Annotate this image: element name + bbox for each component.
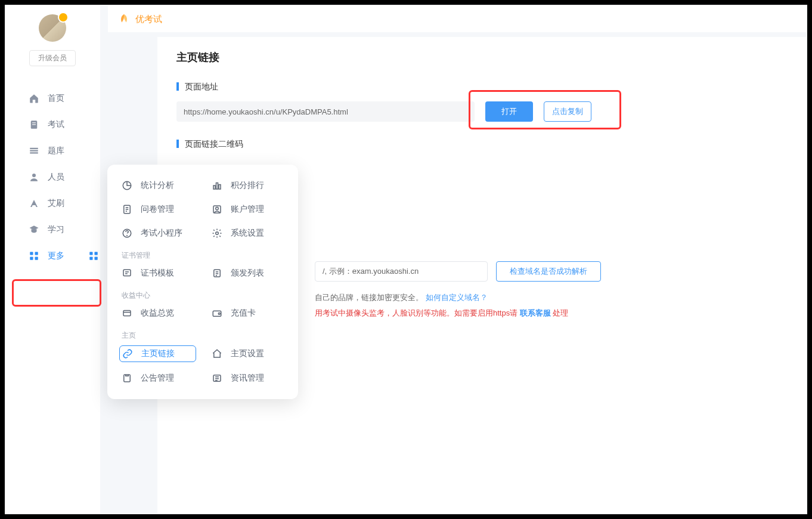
nav-bank[interactable]: 题库 — [5, 138, 100, 164]
help-text: 自己的品牌，链接加密更安全。 — [315, 293, 423, 302]
home-icon — [29, 93, 39, 104]
pop-section-cert: 证书管理 — [114, 241, 291, 265]
svg-rect-18 — [219, 185, 221, 190]
news-icon — [212, 373, 222, 384]
settings-icon — [212, 228, 222, 239]
howto-link[interactable]: 如何自定义域名？ — [426, 293, 488, 302]
nav-study[interactable]: 学习 — [5, 217, 100, 243]
brand-name: 优考试 — [135, 14, 162, 25]
svg-rect-2 — [32, 124, 36, 125]
svg-point-6 — [32, 174, 36, 177]
pop-label: 账户管理 — [231, 204, 264, 215]
pop-cert-template[interactable]: 证书模板 — [119, 265, 196, 281]
home-settings-icon — [212, 348, 222, 359]
url-row: 打开 点击复制 — [176, 101, 787, 122]
nav-label: 人员 — [48, 172, 64, 183]
pop-section-revenue: 收益中心 — [114, 281, 291, 305]
upgrade-button[interactable]: 升级会员 — [29, 50, 76, 66]
pop-news[interactable]: 资讯管理 — [209, 370, 286, 386]
pop-label: 颁发列表 — [231, 268, 264, 279]
pop-label: 问卷管理 — [141, 204, 174, 215]
revenue-icon — [122, 308, 132, 319]
svg-rect-4 — [30, 150, 38, 152]
account-icon — [212, 204, 222, 215]
nav-people[interactable]: 人员 — [5, 164, 100, 190]
svg-rect-9 — [30, 257, 33, 260]
aishua-icon — [29, 198, 39, 209]
sidebar: 升级会员 首页 考试 题库 人员 艾刷 — [5, 5, 100, 514]
ranking-icon — [212, 180, 222, 191]
pop-ranking[interactable]: 积分排行 — [209, 178, 286, 193]
nav-label: 学习 — [48, 224, 64, 235]
pop-home-settings[interactable]: 主页设置 — [209, 345, 286, 362]
header: 优考试 — [108, 6, 806, 32]
svg-rect-7 — [30, 252, 33, 255]
study-icon — [29, 224, 39, 235]
url-input[interactable] — [176, 101, 475, 122]
nav-more[interactable]: 更多 — [5, 243, 100, 269]
svg-rect-1 — [32, 122, 36, 123]
warn-suffix: 处理 — [553, 308, 568, 317]
pop-account[interactable]: 账户管理 — [209, 202, 286, 217]
svg-point-23 — [127, 235, 128, 236]
section-qrcode-title: 页面链接二维码 — [176, 140, 787, 148]
pop-label: 收益总览 — [141, 308, 174, 319]
pop-miniapp[interactable]: 考试小程序 — [119, 225, 196, 241]
nav-label: 更多 — [48, 251, 64, 261]
svg-rect-10 — [35, 257, 38, 260]
nav-label: 题库 — [48, 146, 64, 156]
domain-input[interactable] — [315, 261, 488, 282]
pop-label: 系统设置 — [231, 228, 264, 239]
copy-button[interactable]: 点击复制 — [544, 101, 591, 122]
svg-rect-14 — [95, 257, 98, 260]
pop-label: 公告管理 — [141, 373, 174, 384]
nav-exam[interactable]: 考试 — [5, 112, 100, 138]
pop-label: 主页链接 — [141, 348, 175, 359]
svg-rect-27 — [123, 311, 131, 316]
pop-label: 充值卡 — [231, 308, 256, 319]
pop-stats[interactable]: 统计分析 — [119, 178, 196, 193]
svg-rect-16 — [213, 186, 215, 189]
domain-warning: 用考试中摄像头监考，人脸识别等功能。如需要启用https请 联系客服 处理 — [315, 308, 787, 319]
svg-rect-3 — [30, 148, 38, 149]
svg-rect-12 — [95, 252, 98, 255]
svg-rect-5 — [30, 152, 38, 153]
pop-home-link[interactable]: 主页链接 — [119, 345, 196, 362]
check-domain-button[interactable]: 检查域名是否成功解析 — [496, 261, 601, 282]
svg-point-21 — [216, 207, 219, 210]
survey-icon — [122, 204, 132, 215]
nav-aishua[interactable]: 艾刷 — [5, 190, 100, 217]
page-title: 主页链接 — [176, 50, 787, 64]
pop-announcement[interactable]: 公告管理 — [119, 370, 196, 386]
cert-list-icon — [212, 268, 222, 279]
svg-rect-13 — [89, 257, 92, 260]
pop-section-home: 主页 — [114, 321, 291, 345]
more-icon — [29, 251, 39, 261]
miniapp-icon — [122, 228, 132, 239]
pop-label: 资讯管理 — [231, 373, 264, 384]
svg-point-29 — [218, 313, 220, 314]
open-button[interactable]: 打开 — [485, 101, 533, 122]
pop-label: 主页设置 — [231, 348, 264, 359]
pop-settings[interactable]: 系统设置 — [209, 225, 286, 241]
pop-cert-list[interactable]: 颁发列表 — [209, 265, 286, 281]
nav-home[interactable]: 首页 — [5, 85, 100, 112]
warn-text: 用考试中摄像头监考，人脸识别等功能。如需要启用https请 — [315, 308, 520, 317]
nav-label: 艾刷 — [48, 198, 64, 209]
svg-rect-8 — [35, 252, 38, 255]
svg-rect-17 — [216, 183, 218, 190]
pop-survey[interactable]: 问卷管理 — [119, 202, 196, 217]
nav: 首页 考试 题库 人员 艾刷 学习 — [5, 85, 100, 269]
exam-icon — [29, 119, 39, 130]
people-icon — [29, 172, 39, 183]
pop-revenue[interactable]: 收益总览 — [119, 305, 196, 321]
contact-support-link[interactable]: 联系客服 — [520, 308, 551, 317]
pop-label: 证书模板 — [141, 268, 174, 279]
brand-logo-icon — [117, 13, 131, 26]
pop-recharge[interactable]: 充值卡 — [209, 305, 286, 321]
pop-label: 考试小程序 — [141, 228, 182, 239]
chart-pie-icon — [122, 180, 132, 191]
avatar[interactable] — [39, 14, 66, 42]
link-icon — [122, 348, 133, 359]
more-popover: 统计分析 积分排行 问卷管理 账户管理 考试小程序 系统设置 — [107, 165, 298, 399]
